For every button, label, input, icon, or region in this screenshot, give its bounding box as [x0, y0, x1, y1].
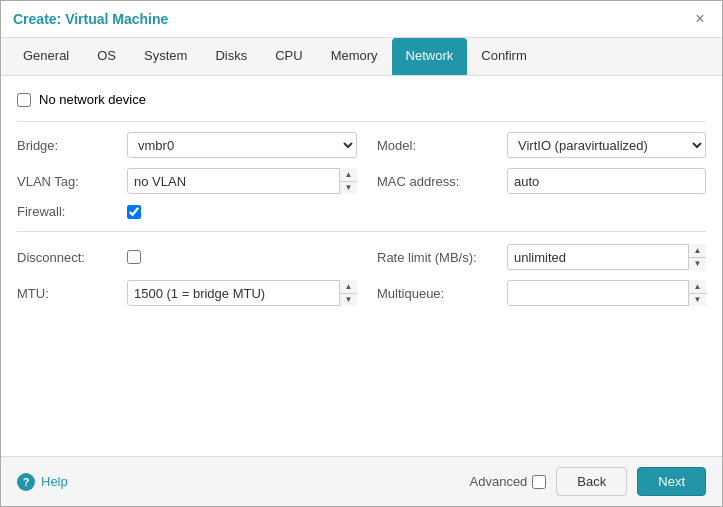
ratelimit-spinner: ▲ ▼	[507, 244, 706, 270]
advanced-text: Advanced	[470, 474, 528, 489]
section-divider	[17, 231, 706, 232]
dialog-title: Create: Virtual Machine	[13, 11, 168, 27]
ratelimit-down-btn[interactable]: ▼	[689, 258, 706, 271]
create-vm-dialog: Create: Virtual Machine × General OS Sys…	[0, 0, 723, 507]
multiqueue-section: Multiqueue: ▲ ▼	[377, 280, 706, 306]
disconnect-checkbox[interactable]	[127, 250, 141, 264]
mac-field	[507, 168, 706, 194]
multiqueue-up-btn[interactable]: ▲	[689, 280, 706, 294]
ratelimit-section: Rate limit (MB/s): ▲ ▼	[377, 244, 706, 270]
multiqueue-input[interactable]	[507, 280, 706, 306]
title-bar: Create: Virtual Machine ×	[1, 1, 722, 38]
vlan-down-btn[interactable]: ▼	[340, 182, 357, 195]
mtu-input[interactable]	[127, 280, 357, 306]
no-network-checkbox[interactable]	[17, 93, 31, 107]
rate-limit-field: ▲ ▼	[507, 244, 706, 270]
tab-memory[interactable]: Memory	[317, 38, 392, 75]
advanced-checkbox[interactable]	[532, 475, 546, 489]
bridge-label: Bridge:	[17, 138, 127, 153]
help-label: Help	[41, 474, 68, 489]
mtu-spinner-btns: ▲ ▼	[339, 280, 357, 306]
next-button[interactable]: Next	[637, 467, 706, 496]
firewall-row: Firewall:	[17, 204, 706, 219]
mtu-down-btn[interactable]: ▼	[340, 294, 357, 307]
firewall-checkbox[interactable]	[127, 205, 141, 219]
mtu-up-btn[interactable]: ▲	[340, 280, 357, 294]
ratelimit-spinner-btns: ▲ ▼	[688, 244, 706, 270]
disconnect-ratelimit-row: Disconnect: Rate limit (MB/s): ▲ ▼	[17, 244, 706, 270]
no-network-row: No network device	[17, 92, 706, 107]
ratelimit-up-btn[interactable]: ▲	[689, 244, 706, 258]
mtu-field: ▲ ▼	[127, 280, 357, 306]
network-form-section: Bridge: vmbr0 Model: VirtIO (paravirtual…	[17, 121, 706, 219]
model-select[interactable]: VirtIO (paravirtualized)	[507, 132, 706, 158]
advanced-label[interactable]: Advanced	[470, 474, 547, 489]
tab-general[interactable]: General	[9, 38, 83, 75]
back-button[interactable]: Back	[556, 467, 627, 496]
model-section: Model: VirtIO (paravirtualized)	[377, 132, 706, 158]
vlan-spinner: ▲ ▼	[127, 168, 357, 194]
disconnect-label: Disconnect:	[17, 250, 127, 265]
mtu-spinner: ▲ ▼	[127, 280, 357, 306]
mac-section: MAC address:	[377, 168, 706, 194]
model-label: Model:	[377, 138, 507, 153]
disconnect-field	[127, 250, 357, 264]
multiqueue-label: Multiqueue:	[377, 286, 507, 301]
vlan-input[interactable]	[127, 168, 357, 194]
vlan-label: VLAN Tag:	[17, 174, 127, 189]
multiqueue-spinner: ▲ ▼	[507, 280, 706, 306]
bridge-field: vmbr0	[127, 132, 357, 158]
model-field: VirtIO (paravirtualized)	[507, 132, 706, 158]
rate-limit-label: Rate limit (MB/s):	[377, 250, 507, 265]
tab-os[interactable]: OS	[83, 38, 130, 75]
mac-input[interactable]	[507, 168, 706, 194]
no-network-label: No network device	[39, 92, 146, 107]
tab-cpu[interactable]: CPU	[261, 38, 316, 75]
help-icon: ?	[17, 473, 35, 491]
close-button[interactable]: ×	[690, 9, 710, 29]
footer: ? Help Advanced Back Next	[1, 456, 722, 506]
multiqueue-spinner-btns: ▲ ▼	[688, 280, 706, 306]
vlan-mac-row: VLAN Tag: ▲ ▼ MAC address:	[17, 168, 706, 194]
multiqueue-field: ▲ ▼	[507, 280, 706, 306]
mtu-multiqueue-row: MTU: ▲ ▼ Multiqueue: ▲	[17, 280, 706, 306]
vlan-up-btn[interactable]: ▲	[340, 168, 357, 182]
disconnect-checkbox-wrapper	[127, 250, 357, 264]
tab-network[interactable]: Network	[392, 38, 468, 75]
firewall-label: Firewall:	[17, 204, 127, 219]
rate-limit-input[interactable]	[507, 244, 706, 270]
bridge-model-row: Bridge: vmbr0 Model: VirtIO (paravirtual…	[17, 132, 706, 158]
tab-disks[interactable]: Disks	[201, 38, 261, 75]
tab-bar: General OS System Disks CPU Memory Netwo…	[1, 38, 722, 76]
tab-system[interactable]: System	[130, 38, 201, 75]
mtu-label: MTU:	[17, 286, 127, 301]
footer-right: Advanced Back Next	[470, 467, 706, 496]
bridge-select[interactable]: vmbr0	[127, 132, 357, 158]
vlan-spinner-btns: ▲ ▼	[339, 168, 357, 194]
vlan-field: ▲ ▼	[127, 168, 357, 194]
firewall-checkbox-wrapper	[127, 205, 141, 219]
multiqueue-down-btn[interactable]: ▼	[689, 294, 706, 307]
tab-confirm[interactable]: Confirm	[467, 38, 541, 75]
help-button[interactable]: ? Help	[17, 473, 68, 491]
mac-label: MAC address:	[377, 174, 507, 189]
form-content: No network device Bridge: vmbr0 Model: V…	[1, 76, 722, 456]
